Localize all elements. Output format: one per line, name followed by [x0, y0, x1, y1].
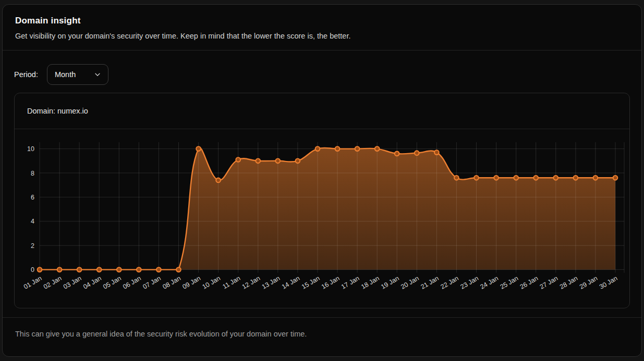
- panel-header: Domain insight Get visibility on your do…: [3, 5, 641, 51]
- data-point[interactable]: [554, 176, 558, 180]
- data-point[interactable]: [38, 267, 42, 272]
- svg-text:25 Jan: 25 Jan: [499, 275, 520, 291]
- svg-text:29 Jan: 29 Jan: [578, 275, 599, 291]
- chevron-down-icon: [94, 71, 101, 78]
- svg-text:05 Jan: 05 Jan: [102, 275, 123, 291]
- svg-text:06 Jan: 06 Jan: [121, 275, 142, 291]
- period-row: Period: Month: [14, 64, 630, 85]
- data-point[interactable]: [434, 150, 439, 155]
- svg-text:03 Jan: 03 Jan: [62, 275, 83, 291]
- svg-text:20 Jan: 20 Jan: [399, 275, 420, 291]
- chart-area-fill: [40, 147, 615, 269]
- svg-text:15 Jan: 15 Jan: [300, 275, 321, 291]
- data-point[interactable]: [375, 146, 380, 151]
- y-axis-labels: 0246810: [27, 145, 34, 273]
- svg-text:04 Jan: 04 Jan: [82, 275, 103, 291]
- svg-text:8: 8: [31, 170, 34, 177]
- svg-text:14 Jan: 14 Jan: [281, 275, 301, 291]
- svg-text:0: 0: [31, 266, 34, 273]
- period-select-value: Month: [55, 70, 76, 79]
- data-point[interactable]: [57, 267, 62, 272]
- svg-text:13 Jan: 13 Jan: [261, 275, 282, 291]
- svg-text:30 Jan: 30 Jan: [598, 275, 619, 291]
- svg-text:21 Jan: 21 Jan: [419, 275, 440, 291]
- data-point[interactable]: [77, 267, 82, 272]
- svg-text:01 Jan: 01 Jan: [22, 275, 43, 291]
- data-point[interactable]: [593, 176, 598, 180]
- data-point[interactable]: [454, 176, 459, 180]
- svg-text:6: 6: [31, 194, 34, 201]
- page-description: Get visibility on your domain's security…: [15, 32, 629, 40]
- svg-text:24 Jan: 24 Jan: [479, 275, 500, 291]
- svg-text:19 Jan: 19 Jan: [380, 275, 400, 291]
- data-point[interactable]: [395, 152, 399, 156]
- data-point[interactable]: [355, 146, 360, 151]
- security-score-chart[interactable]: 024681001 Jan02 Jan03 Jan04 Jan05 Jan06 …: [15, 129, 629, 308]
- chart-card: Domain: numex.io 024681001 Jan02 Jan03 J…: [14, 93, 630, 308]
- svg-text:10: 10: [27, 145, 34, 153]
- data-point[interactable]: [236, 157, 240, 162]
- data-point[interactable]: [156, 267, 161, 272]
- x-axis-labels: 01 Jan02 Jan03 Jan04 Jan05 Jan06 Jan07 J…: [22, 275, 619, 291]
- period-label: Period:: [14, 70, 38, 79]
- svg-text:18 Jan: 18 Jan: [360, 275, 381, 291]
- data-point[interactable]: [137, 267, 141, 272]
- svg-text:23 Jan: 23 Jan: [459, 275, 480, 291]
- data-point[interactable]: [216, 178, 221, 183]
- data-point[interactable]: [415, 151, 419, 155]
- data-point[interactable]: [533, 176, 538, 180]
- data-point[interactable]: [574, 176, 578, 180]
- svg-text:16 Jan: 16 Jan: [320, 275, 341, 291]
- svg-text:10 Jan: 10 Jan: [201, 275, 222, 291]
- svg-text:4: 4: [31, 218, 34, 225]
- svg-text:09 Jan: 09 Jan: [181, 275, 202, 291]
- chart-card-header: Domain: numex.io: [15, 93, 629, 129]
- svg-text:17 Jan: 17 Jan: [340, 275, 361, 291]
- data-point[interactable]: [97, 267, 102, 272]
- domain-insight-panel: Domain insight Get visibility on your do…: [2, 4, 642, 357]
- svg-text:28 Jan: 28 Jan: [558, 275, 579, 291]
- svg-text:12 Jan: 12 Jan: [241, 275, 262, 291]
- panel-body: Period: Month Domain: numex.io 024681001…: [3, 64, 641, 308]
- svg-text:26 Jan: 26 Jan: [519, 275, 540, 291]
- data-point[interactable]: [494, 176, 499, 180]
- svg-text:11 Jan: 11 Jan: [221, 275, 241, 290]
- data-point[interactable]: [256, 159, 261, 164]
- page-title: Domain insight: [15, 16, 629, 26]
- data-point[interactable]: [474, 176, 479, 180]
- chart-area: 024681001 Jan02 Jan03 Jan04 Jan05 Jan06 …: [15, 129, 629, 308]
- data-point[interactable]: [117, 267, 121, 272]
- chart-title: Domain: numex.io: [27, 107, 88, 115]
- data-point[interactable]: [196, 146, 201, 151]
- svg-text:22 Jan: 22 Jan: [439, 275, 460, 291]
- data-point[interactable]: [276, 159, 281, 164]
- svg-text:08 Jan: 08 Jan: [161, 275, 182, 291]
- data-point[interactable]: [335, 146, 340, 151]
- svg-text:2: 2: [31, 242, 34, 250]
- svg-text:02 Jan: 02 Jan: [42, 275, 63, 291]
- data-point[interactable]: [296, 159, 300, 164]
- data-point[interactable]: [613, 176, 618, 180]
- svg-text:07 Jan: 07 Jan: [141, 275, 162, 291]
- footer-note: This can give you a general idea of the …: [15, 330, 629, 338]
- period-select[interactable]: Month: [47, 64, 108, 85]
- data-point[interactable]: [315, 146, 320, 151]
- svg-text:27 Jan: 27 Jan: [539, 275, 560, 291]
- data-point[interactable]: [176, 267, 181, 272]
- data-point[interactable]: [514, 176, 518, 180]
- panel-footer: This can give you a general idea of the …: [3, 317, 641, 350]
